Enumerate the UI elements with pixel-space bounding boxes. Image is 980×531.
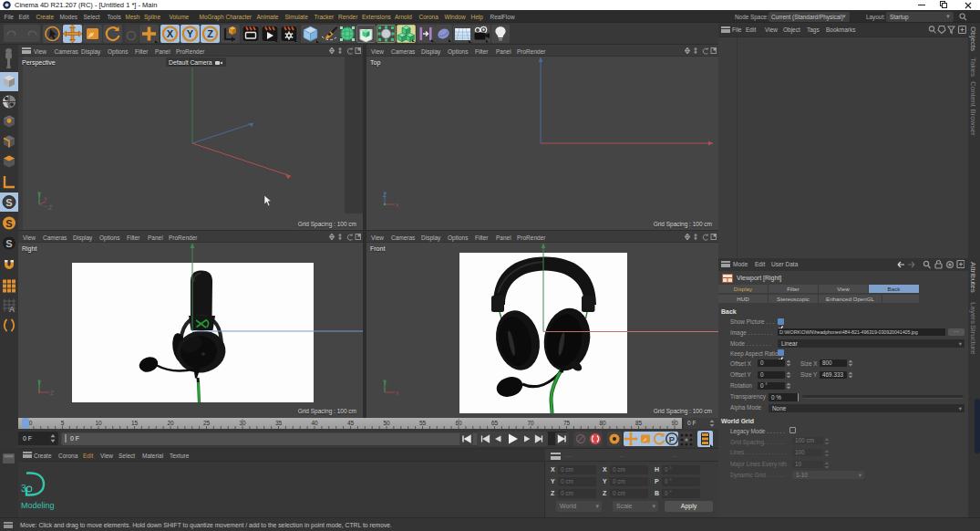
svg-text:55: 55 <box>419 420 427 426</box>
svg-text:Modeling: Modeling <box>21 501 55 510</box>
svg-text:80: 80 <box>599 420 606 426</box>
svg-text:P: P <box>669 434 676 444</box>
svg-text:A: A <box>9 305 15 313</box>
svg-text:15: 15 <box>131 420 139 426</box>
svg-text:Z: Z <box>383 192 387 198</box>
svg-text:Y: Y <box>37 380 42 386</box>
svg-text:Y: Y <box>383 380 387 386</box>
svg-text:5: 5 <box>61 420 65 426</box>
svg-text:85: 85 <box>635 420 643 426</box>
svg-text:40: 40 <box>311 420 318 426</box>
svg-text:x: x <box>44 195 47 202</box>
svg-text:50: 50 <box>383 420 390 426</box>
svg-text:Z: Z <box>50 390 55 396</box>
svg-text:0: 0 <box>29 420 33 426</box>
svg-text:Y: Y <box>187 28 194 39</box>
svg-text:20: 20 <box>167 420 174 426</box>
svg-text:S: S <box>5 197 12 208</box>
svg-text:45: 45 <box>347 420 355 426</box>
svg-text:x: x <box>396 202 399 208</box>
svg-text:x: x <box>396 390 399 396</box>
svg-text:X: X <box>167 28 174 39</box>
svg-text:10: 10 <box>95 420 102 426</box>
svg-text:65: 65 <box>491 420 499 426</box>
svg-text:Z: Z <box>207 28 213 39</box>
svg-text:Z: Z <box>48 204 53 211</box>
svg-text:3: 3 <box>21 484 26 494</box>
svg-text:S: S <box>5 238 12 249</box>
svg-text:35: 35 <box>275 420 283 426</box>
svg-text:70: 70 <box>527 420 534 426</box>
svg-text:25: 25 <box>203 420 211 426</box>
svg-text:75: 75 <box>563 420 571 426</box>
svg-text:S: S <box>5 218 12 229</box>
svg-text:Y: Y <box>37 192 42 198</box>
